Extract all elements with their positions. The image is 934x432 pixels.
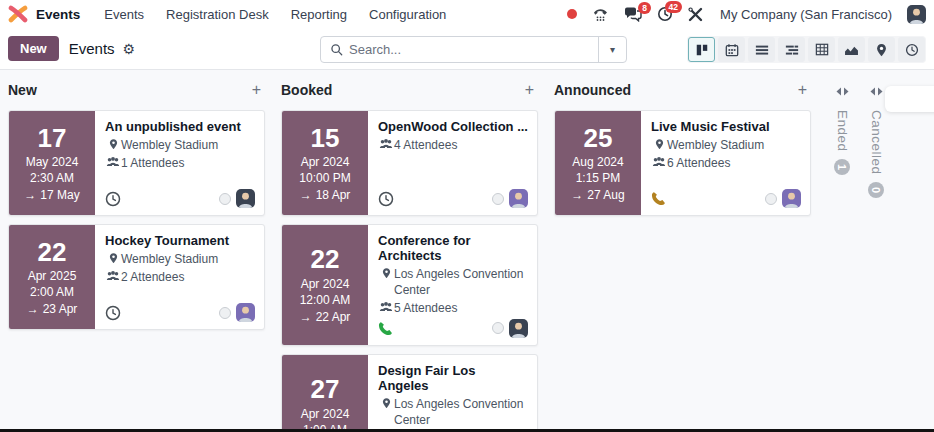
responsible-avatar[interactable] (509, 319, 528, 338)
expand-column-icon[interactable] (836, 82, 849, 100)
activity-clock-icon[interactable] (105, 191, 121, 207)
activity-phone-icon[interactable] (378, 321, 393, 336)
arrow-right-icon: → (27, 302, 39, 316)
new-button[interactable]: New (8, 36, 59, 61)
event-attendees: 1 Attendees (121, 155, 184, 171)
breadcrumb[interactable]: Events (69, 40, 115, 57)
view-gantt-button[interactable] (778, 37, 805, 62)
kanban-icon (695, 43, 709, 57)
activity-clock-icon[interactable] (105, 305, 121, 321)
event-date-block: 22 Apr 2024 12:00 AM →22 Apr (282, 225, 368, 345)
attendees-icon (378, 300, 394, 316)
expand-column-icon[interactable] (870, 82, 883, 100)
location-pin-icon (378, 396, 394, 428)
messages-icon[interactable]: 8 (624, 7, 642, 22)
view-map-button[interactable] (868, 37, 895, 62)
gear-icon[interactable]: ⚙ (123, 41, 136, 57)
voip-phone-icon[interactable] (592, 7, 609, 22)
responsible-avatar[interactable] (782, 189, 801, 208)
location-pin-icon (105, 137, 121, 153)
responsible-avatar[interactable] (236, 189, 255, 208)
view-switcher (687, 36, 926, 63)
caret-down-icon: ▾ (610, 44, 615, 55)
kanban-state-dot[interactable] (219, 307, 231, 319)
kanban-state-dot[interactable] (219, 193, 231, 205)
event-title: Design Fair Los Angeles (378, 363, 528, 393)
activity-clock-icon[interactable] (378, 191, 394, 207)
add-record-icon[interactable]: + (798, 82, 807, 98)
attendees-icon (651, 155, 667, 171)
tools-icon[interactable] (688, 7, 703, 22)
event-location: Los Angeles Convention Center (394, 396, 528, 428)
event-end-date: 18 Apr (316, 188, 351, 202)
graph-icon (844, 44, 859, 56)
activity-clock-icon (905, 43, 919, 57)
attendees-icon (105, 269, 121, 285)
event-card[interactable]: 22 Apr 2024 12:00 AM →22 Apr Conference … (281, 224, 538, 346)
activities-clock-icon[interactable]: 42 (657, 6, 673, 22)
menu-configuration[interactable]: Configuration (369, 7, 446, 22)
top-nav-bar: Events Events Registration Desk Reportin… (0, 0, 934, 28)
record-count-badge: 1 (834, 159, 850, 175)
search-bar: ▾ (320, 36, 627, 63)
view-graph-button[interactable] (838, 37, 865, 62)
event-month-year: Apr 2024 (301, 155, 350, 169)
collapsed-column-title: Ended (835, 110, 850, 152)
kanban-state-dot[interactable] (492, 322, 504, 334)
presence-status-dot (567, 9, 577, 19)
event-time: 2:00 AM (30, 285, 74, 299)
events-app-icon[interactable] (8, 5, 28, 23)
add-record-icon[interactable]: + (525, 82, 534, 98)
event-title: Hockey Tournament (105, 233, 255, 248)
menu-reporting[interactable]: Reporting (291, 7, 347, 22)
add-record-icon[interactable]: + (252, 82, 261, 98)
menu-registration-desk[interactable]: Registration Desk (166, 7, 269, 22)
event-card[interactable]: 27 Apr 2024 1:00 AM →1 May Design Fair L… (281, 354, 538, 432)
event-day: 17 (38, 124, 67, 153)
systray: 8 42 My Company (San Francisco) (567, 5, 926, 24)
event-title: Live Music Festival (651, 119, 801, 134)
kanban-state-dot[interactable] (492, 193, 504, 205)
column-title: Announced (554, 82, 631, 98)
activity-phone-icon[interactable] (651, 191, 666, 206)
arrow-right-icon: → (300, 310, 312, 324)
company-switcher[interactable]: My Company (San Francisco) (720, 7, 892, 22)
view-kanban-button[interactable] (688, 37, 715, 62)
event-card[interactable]: 17 May 2024 2:30 AM →17 May An unpublish… (8, 110, 265, 216)
event-attendees: 4 Attendees (394, 137, 457, 153)
event-location: Wembley Stadium (667, 137, 764, 153)
view-calendar-button[interactable] (718, 37, 745, 62)
collapsed-column-ended[interactable]: Ended 1 (827, 78, 857, 175)
view-list-button[interactable] (748, 37, 775, 62)
event-date-block: 27 Apr 2024 1:00 AM →1 May (282, 355, 368, 432)
search-input[interactable] (349, 42, 598, 57)
menu-events[interactable]: Events (104, 7, 144, 22)
event-card[interactable]: 25 Aug 2024 1:15 PM →27 Aug Live Music F… (554, 110, 811, 216)
kanban-column-booked: Booked + 15 Apr 2024 10:00 PM →18 Apr Op… (281, 78, 538, 432)
responsible-avatar[interactable] (509, 189, 528, 208)
event-day: 15 (311, 124, 340, 153)
search-options-toggle[interactable]: ▾ (598, 37, 626, 62)
kanban-column-announced: Announced + 25 Aug 2024 1:15 PM →27 Aug … (554, 78, 811, 224)
event-date-block: 15 Apr 2024 10:00 PM →18 Apr (282, 111, 368, 215)
event-day: 22 (311, 245, 340, 274)
kanban-board: New + 17 May 2024 2:30 AM →17 May An unp… (0, 70, 934, 432)
event-month-year: Aug 2024 (572, 155, 623, 169)
event-card[interactable]: 22 Apr 2025 2:00 AM →23 Apr Hockey Tourn… (8, 224, 265, 330)
event-month-year: Apr 2025 (28, 269, 77, 283)
event-time: 1:15 PM (576, 171, 621, 185)
view-activity-button[interactable] (898, 37, 925, 62)
event-title: OpenWood Collection ... (378, 119, 528, 134)
user-avatar[interactable] (907, 5, 926, 24)
event-location: Wembley Stadium (121, 137, 218, 153)
view-pivot-button[interactable] (808, 37, 835, 62)
event-end-date: 23 Apr (43, 302, 78, 316)
column-quick-create-box[interactable] (885, 86, 934, 112)
activities-badge: 42 (665, 1, 682, 13)
event-end-date: 22 Apr (316, 310, 351, 324)
event-card[interactable]: 15 Apr 2024 10:00 PM →18 Apr OpenWood Co… (281, 110, 538, 216)
kanban-state-dot[interactable] (765, 193, 777, 205)
column-header: Booked + (281, 78, 538, 102)
app-name[interactable]: Events (36, 7, 80, 22)
responsible-avatar[interactable] (236, 303, 255, 322)
